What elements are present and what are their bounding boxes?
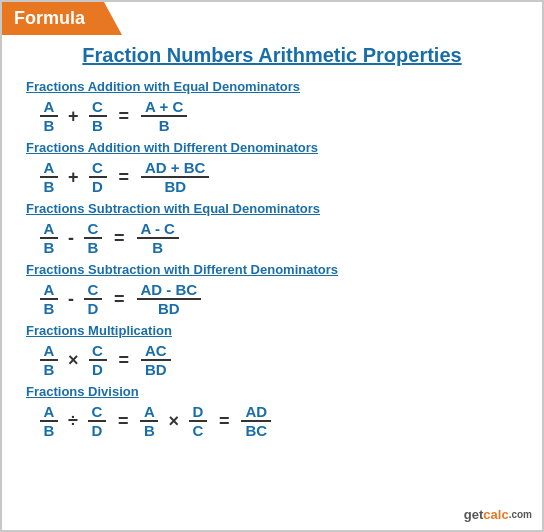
fraction-a-b-2: A B bbox=[40, 159, 58, 195]
formula-row-5: A B × C D = AC BD bbox=[36, 342, 518, 378]
section-label-4: Fractions Subtraction with Different Den… bbox=[26, 262, 518, 277]
operator-minus-4: - bbox=[68, 289, 74, 310]
formula-row-2: A B + C D = AD + BC BD bbox=[36, 159, 518, 195]
fraction-c-b-3: C B bbox=[84, 220, 102, 256]
result-fraction-4: AD - BC BD bbox=[137, 281, 202, 317]
section-label-5: Fractions Multiplication bbox=[26, 323, 518, 338]
equals-3: = bbox=[114, 228, 125, 249]
section-label-2: Fractions Addition with Different Denomi… bbox=[26, 140, 518, 155]
section-label-3: Fractions Subtraction with Equal Denomin… bbox=[26, 201, 518, 216]
formula-row-6: A B ÷ C D = A B × D C = AD BC bbox=[36, 403, 518, 439]
formula-row-1: A B + C B = A + C B bbox=[36, 98, 518, 134]
result-fraction-6: AD BC bbox=[241, 403, 271, 439]
result-fraction-3: A - C B bbox=[137, 220, 179, 256]
fraction-c-b: C B bbox=[89, 98, 107, 134]
equals-4: = bbox=[114, 289, 125, 310]
content-area: Fraction Numbers Arithmetic Properties F… bbox=[2, 2, 542, 459]
formula-row-3: A B - C B = A - C B bbox=[36, 220, 518, 256]
operator-plus-1: + bbox=[68, 106, 79, 127]
operator-plus-2: + bbox=[68, 167, 79, 188]
main-container: Formula Fraction Numbers Arithmetic Prop… bbox=[0, 0, 544, 532]
operator-times-5: × bbox=[68, 350, 79, 371]
header-tab-label: Formula bbox=[14, 8, 85, 28]
watermark-com: .com bbox=[509, 509, 532, 520]
equals-2: = bbox=[119, 167, 130, 188]
watermark-calc: calc bbox=[483, 507, 508, 522]
fraction-a-b-6: A B bbox=[40, 403, 58, 439]
operator-times-6: × bbox=[168, 411, 179, 432]
result-fraction-1: A + C B bbox=[141, 98, 187, 134]
result-fraction-5: AC BD bbox=[141, 342, 171, 378]
fraction-a-b: A B bbox=[40, 98, 58, 134]
equals-1: = bbox=[119, 106, 130, 127]
operator-minus-3: - bbox=[68, 228, 74, 249]
operator-div-6: ÷ bbox=[68, 411, 78, 432]
fraction-c-d-5: C D bbox=[89, 342, 107, 378]
equals-6b: = bbox=[219, 411, 230, 432]
fraction-d-c-6: D C bbox=[189, 403, 207, 439]
fraction-c-d-4: C D bbox=[84, 281, 102, 317]
fraction-a-b-4: A B bbox=[40, 281, 58, 317]
main-title: Fraction Numbers Arithmetic Properties bbox=[26, 44, 518, 67]
watermark-get: get bbox=[464, 507, 484, 522]
result-fraction-2: AD + BC BD bbox=[141, 159, 209, 195]
formula-row-4: A B - C D = AD - BC BD bbox=[36, 281, 518, 317]
header-tab: Formula bbox=[2, 2, 122, 35]
fraction-a-b-3: A B bbox=[40, 220, 58, 256]
fraction-a-b-6b: A B bbox=[140, 403, 158, 439]
fraction-c-d-6: C D bbox=[88, 403, 106, 439]
equals-5: = bbox=[119, 350, 130, 371]
fraction-c-d-2: C D bbox=[89, 159, 107, 195]
fraction-a-b-5: A B bbox=[40, 342, 58, 378]
equals-6a: = bbox=[118, 411, 129, 432]
section-label-1: Fractions Addition with Equal Denominato… bbox=[26, 79, 518, 94]
section-label-6: Fractions Division bbox=[26, 384, 518, 399]
watermark: getcalc.com bbox=[464, 507, 532, 522]
